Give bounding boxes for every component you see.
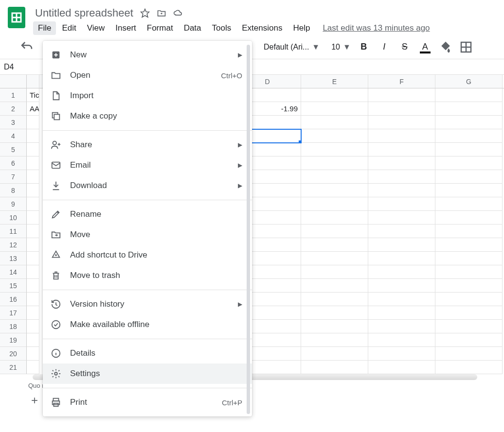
- cell[interactable]: [27, 265, 39, 279]
- cell[interactable]: [301, 170, 368, 184]
- cell[interactable]: [368, 293, 435, 306]
- cell[interactable]: [368, 102, 435, 116]
- cell[interactable]: [301, 102, 368, 116]
- cell[interactable]: AA: [27, 102, 39, 116]
- menu-item-add-shortcut-to-drive[interactable]: Add shortcut to Drive: [43, 245, 252, 265]
- menu-item-new[interactable]: New▶: [43, 45, 252, 65]
- cell[interactable]: [27, 361, 39, 374]
- menu-item-share[interactable]: Share▶: [43, 135, 252, 155]
- cell[interactable]: [27, 347, 39, 361]
- cell[interactable]: [435, 225, 503, 238]
- cell[interactable]: [435, 156, 503, 170]
- sheets-logo[interactable]: [6, 4, 27, 31]
- font-family-select[interactable]: Default (Ari... ▼: [264, 43, 320, 52]
- menu-tools[interactable]: Tools: [207, 21, 236, 35]
- col-header-E[interactable]: E: [301, 75, 368, 88]
- menu-item-settings[interactable]: Settings: [43, 363, 252, 384]
- menu-format[interactable]: Format: [142, 21, 178, 35]
- cell[interactable]: [435, 320, 503, 333]
- text-color-button[interactable]: A: [418, 40, 432, 54]
- row-header[interactable]: 6: [0, 156, 27, 170]
- cell[interactable]: [368, 320, 435, 333]
- col-header-F[interactable]: F: [368, 75, 435, 88]
- cell[interactable]: [27, 184, 39, 197]
- cell[interactable]: [301, 265, 368, 279]
- menu-item-version-history[interactable]: Version history▶: [43, 294, 252, 314]
- cell[interactable]: [27, 211, 39, 225]
- row-header[interactable]: 3: [0, 116, 27, 129]
- last-edit-link[interactable]: Last edit was 13 minutes ago: [323, 23, 430, 33]
- col-header-G[interactable]: G: [435, 75, 503, 88]
- bold-button[interactable]: B: [357, 40, 371, 54]
- cell[interactable]: [435, 238, 503, 252]
- cell[interactable]: [27, 252, 39, 265]
- name-box[interactable]: D4: [0, 61, 29, 73]
- row-header[interactable]: 20: [0, 347, 27, 361]
- cell[interactable]: [368, 116, 435, 129]
- cell[interactable]: [301, 156, 368, 170]
- selection-handle[interactable]: [299, 140, 301, 143]
- cell[interactable]: [301, 293, 368, 306]
- font-size-select[interactable]: 10 ▼: [331, 43, 351, 52]
- cell[interactable]: [27, 129, 39, 143]
- menu-item-move-to-trash[interactable]: Move to trash: [43, 265, 252, 286]
- cell[interactable]: [435, 170, 503, 184]
- cell[interactable]: [368, 211, 435, 225]
- cell[interactable]: [301, 225, 368, 238]
- star-icon[interactable]: [140, 8, 150, 18]
- cell[interactable]: [301, 143, 368, 156]
- cell[interactable]: [301, 88, 368, 102]
- row-header[interactable]: 19: [0, 333, 27, 347]
- row-header[interactable]: 1: [0, 88, 27, 102]
- italic-button[interactable]: I: [377, 40, 392, 54]
- cell[interactable]: [368, 143, 435, 156]
- cell[interactable]: [27, 320, 39, 333]
- cell[interactable]: [301, 116, 368, 129]
- row-header[interactable]: 12: [0, 238, 27, 252]
- cell[interactable]: [301, 238, 368, 252]
- cell[interactable]: [301, 361, 368, 374]
- cell[interactable]: [368, 306, 435, 320]
- cell[interactable]: [368, 156, 435, 170]
- cell[interactable]: [435, 279, 503, 293]
- cell[interactable]: [368, 170, 435, 184]
- row-header[interactable]: 10: [0, 211, 27, 225]
- menu-item-email[interactable]: Email▶: [43, 155, 252, 175]
- row-header[interactable]: 15: [0, 279, 27, 293]
- undo-button[interactable]: [19, 40, 34, 54]
- menu-item-open[interactable]: OpenCtrl+O: [43, 65, 252, 86]
- cell[interactable]: [368, 184, 435, 197]
- cell[interactable]: [368, 279, 435, 293]
- row-header[interactable]: 8: [0, 184, 27, 197]
- cell[interactable]: [368, 252, 435, 265]
- cell[interactable]: [368, 197, 435, 211]
- menu-item-move[interactable]: Move: [43, 225, 252, 245]
- select-all-corner[interactable]: [0, 75, 27, 88]
- cloud-icon[interactable]: [173, 8, 183, 18]
- fill-color-button[interactable]: [438, 40, 453, 54]
- row-header[interactable]: 14: [0, 265, 27, 279]
- row-header[interactable]: 18: [0, 320, 27, 333]
- menu-item-make-a-copy[interactable]: Make a copy: [43, 106, 252, 126]
- cell[interactable]: [301, 252, 368, 265]
- document-title[interactable]: Untitled spreadsheet: [35, 7, 133, 19]
- cell[interactable]: [435, 143, 503, 156]
- menu-edit[interactable]: Edit: [57, 21, 81, 35]
- cell[interactable]: [435, 265, 503, 279]
- cell[interactable]: [435, 252, 503, 265]
- cell[interactable]: [301, 279, 368, 293]
- row-header[interactable]: 21: [0, 361, 27, 374]
- cell[interactable]: [368, 225, 435, 238]
- cell[interactable]: [435, 306, 503, 320]
- menu-item-rename[interactable]: Rename: [43, 204, 252, 225]
- menu-item-print[interactable]: PrintCtrl+P: [43, 392, 252, 413]
- menu-item-details[interactable]: Details: [43, 343, 252, 363]
- cell[interactable]: [27, 238, 39, 252]
- cell[interactable]: [27, 279, 39, 293]
- cell[interactable]: [301, 211, 368, 225]
- cell[interactable]: [368, 347, 435, 361]
- menu-item-download[interactable]: Download▶: [43, 175, 252, 196]
- menu-item-import[interactable]: Import: [43, 86, 252, 106]
- cell[interactable]: [301, 197, 368, 211]
- cell[interactable]: [435, 102, 503, 116]
